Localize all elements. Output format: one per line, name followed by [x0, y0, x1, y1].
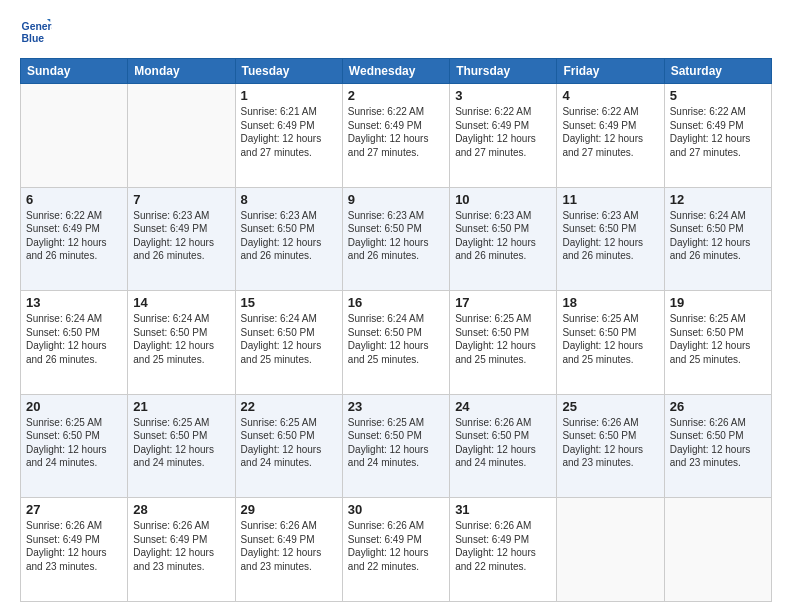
- day-info: Sunrise: 6:26 AMSunset: 6:50 PMDaylight:…: [455, 416, 551, 470]
- day-info: Sunrise: 6:22 AMSunset: 6:49 PMDaylight:…: [562, 105, 658, 159]
- day-info: Sunrise: 6:25 AMSunset: 6:50 PMDaylight:…: [26, 416, 122, 470]
- calendar-cell: 17Sunrise: 6:25 AMSunset: 6:50 PMDayligh…: [450, 291, 557, 395]
- day-info: Sunrise: 6:22 AMSunset: 6:49 PMDaylight:…: [348, 105, 444, 159]
- calendar-cell: 26Sunrise: 6:26 AMSunset: 6:50 PMDayligh…: [664, 394, 771, 498]
- calendar-cell: 16Sunrise: 6:24 AMSunset: 6:50 PMDayligh…: [342, 291, 449, 395]
- day-number: 26: [670, 399, 766, 414]
- day-number: 27: [26, 502, 122, 517]
- day-number: 15: [241, 295, 337, 310]
- day-info: Sunrise: 6:25 AMSunset: 6:50 PMDaylight:…: [348, 416, 444, 470]
- calendar-cell: 15Sunrise: 6:24 AMSunset: 6:50 PMDayligh…: [235, 291, 342, 395]
- calendar-cell: 22Sunrise: 6:25 AMSunset: 6:50 PMDayligh…: [235, 394, 342, 498]
- day-number: 7: [133, 192, 229, 207]
- day-info: Sunrise: 6:26 AMSunset: 6:50 PMDaylight:…: [670, 416, 766, 470]
- day-number: 17: [455, 295, 551, 310]
- day-number: 19: [670, 295, 766, 310]
- day-info: Sunrise: 6:24 AMSunset: 6:50 PMDaylight:…: [241, 312, 337, 366]
- calendar-cell: 10Sunrise: 6:23 AMSunset: 6:50 PMDayligh…: [450, 187, 557, 291]
- calendar-cell: 11Sunrise: 6:23 AMSunset: 6:50 PMDayligh…: [557, 187, 664, 291]
- day-info: Sunrise: 6:22 AMSunset: 6:49 PMDaylight:…: [670, 105, 766, 159]
- day-info: Sunrise: 6:21 AMSunset: 6:49 PMDaylight:…: [241, 105, 337, 159]
- day-info: Sunrise: 6:23 AMSunset: 6:50 PMDaylight:…: [348, 209, 444, 263]
- day-number: 16: [348, 295, 444, 310]
- day-number: 2: [348, 88, 444, 103]
- calendar-week-row: 6Sunrise: 6:22 AMSunset: 6:49 PMDaylight…: [21, 187, 772, 291]
- calendar-cell: 6Sunrise: 6:22 AMSunset: 6:49 PMDaylight…: [21, 187, 128, 291]
- calendar-cell: 28Sunrise: 6:26 AMSunset: 6:49 PMDayligh…: [128, 498, 235, 602]
- calendar-cell: 9Sunrise: 6:23 AMSunset: 6:50 PMDaylight…: [342, 187, 449, 291]
- day-info: Sunrise: 6:25 AMSunset: 6:50 PMDaylight:…: [133, 416, 229, 470]
- svg-text:General: General: [22, 21, 52, 32]
- day-number: 18: [562, 295, 658, 310]
- calendar-cell: 13Sunrise: 6:24 AMSunset: 6:50 PMDayligh…: [21, 291, 128, 395]
- day-info: Sunrise: 6:26 AMSunset: 6:49 PMDaylight:…: [26, 519, 122, 573]
- col-header-saturday: Saturday: [664, 59, 771, 84]
- calendar-week-row: 13Sunrise: 6:24 AMSunset: 6:50 PMDayligh…: [21, 291, 772, 395]
- day-info: Sunrise: 6:25 AMSunset: 6:50 PMDaylight:…: [455, 312, 551, 366]
- day-number: 14: [133, 295, 229, 310]
- day-info: Sunrise: 6:25 AMSunset: 6:50 PMDaylight:…: [241, 416, 337, 470]
- calendar-table: SundayMondayTuesdayWednesdayThursdayFrid…: [20, 58, 772, 602]
- col-header-thursday: Thursday: [450, 59, 557, 84]
- calendar-cell: 29Sunrise: 6:26 AMSunset: 6:49 PMDayligh…: [235, 498, 342, 602]
- calendar-cell: [128, 84, 235, 188]
- day-info: Sunrise: 6:23 AMSunset: 6:50 PMDaylight:…: [241, 209, 337, 263]
- calendar-cell: 12Sunrise: 6:24 AMSunset: 6:50 PMDayligh…: [664, 187, 771, 291]
- day-number: 3: [455, 88, 551, 103]
- day-info: Sunrise: 6:23 AMSunset: 6:50 PMDaylight:…: [455, 209, 551, 263]
- calendar-cell: [664, 498, 771, 602]
- calendar-cell: 19Sunrise: 6:25 AMSunset: 6:50 PMDayligh…: [664, 291, 771, 395]
- day-info: Sunrise: 6:26 AMSunset: 6:49 PMDaylight:…: [348, 519, 444, 573]
- day-info: Sunrise: 6:22 AMSunset: 6:49 PMDaylight:…: [455, 105, 551, 159]
- day-number: 1: [241, 88, 337, 103]
- day-number: 28: [133, 502, 229, 517]
- day-info: Sunrise: 6:24 AMSunset: 6:50 PMDaylight:…: [670, 209, 766, 263]
- col-header-tuesday: Tuesday: [235, 59, 342, 84]
- day-info: Sunrise: 6:26 AMSunset: 6:49 PMDaylight:…: [133, 519, 229, 573]
- col-header-monday: Monday: [128, 59, 235, 84]
- day-number: 21: [133, 399, 229, 414]
- calendar-cell: 18Sunrise: 6:25 AMSunset: 6:50 PMDayligh…: [557, 291, 664, 395]
- day-number: 23: [348, 399, 444, 414]
- day-number: 6: [26, 192, 122, 207]
- calendar-cell: 14Sunrise: 6:24 AMSunset: 6:50 PMDayligh…: [128, 291, 235, 395]
- calendar-cell: 23Sunrise: 6:25 AMSunset: 6:50 PMDayligh…: [342, 394, 449, 498]
- day-info: Sunrise: 6:25 AMSunset: 6:50 PMDaylight:…: [562, 312, 658, 366]
- day-info: Sunrise: 6:24 AMSunset: 6:50 PMDaylight:…: [133, 312, 229, 366]
- calendar-cell: 24Sunrise: 6:26 AMSunset: 6:50 PMDayligh…: [450, 394, 557, 498]
- day-number: 24: [455, 399, 551, 414]
- day-info: Sunrise: 6:26 AMSunset: 6:50 PMDaylight:…: [562, 416, 658, 470]
- day-number: 5: [670, 88, 766, 103]
- day-number: 12: [670, 192, 766, 207]
- col-header-wednesday: Wednesday: [342, 59, 449, 84]
- day-number: 29: [241, 502, 337, 517]
- day-info: Sunrise: 6:23 AMSunset: 6:50 PMDaylight:…: [562, 209, 658, 263]
- day-number: 20: [26, 399, 122, 414]
- calendar-cell: 27Sunrise: 6:26 AMSunset: 6:49 PMDayligh…: [21, 498, 128, 602]
- calendar-cell: 5Sunrise: 6:22 AMSunset: 6:49 PMDaylight…: [664, 84, 771, 188]
- page: General Blue SundayMondayTuesdayWednesda…: [0, 0, 792, 612]
- calendar-week-row: 1Sunrise: 6:21 AMSunset: 6:49 PMDaylight…: [21, 84, 772, 188]
- calendar-cell: 20Sunrise: 6:25 AMSunset: 6:50 PMDayligh…: [21, 394, 128, 498]
- day-info: Sunrise: 6:24 AMSunset: 6:50 PMDaylight:…: [348, 312, 444, 366]
- calendar-cell: 21Sunrise: 6:25 AMSunset: 6:50 PMDayligh…: [128, 394, 235, 498]
- calendar-cell: 4Sunrise: 6:22 AMSunset: 6:49 PMDaylight…: [557, 84, 664, 188]
- day-number: 13: [26, 295, 122, 310]
- day-number: 22: [241, 399, 337, 414]
- day-info: Sunrise: 6:23 AMSunset: 6:49 PMDaylight:…: [133, 209, 229, 263]
- day-info: Sunrise: 6:26 AMSunset: 6:49 PMDaylight:…: [241, 519, 337, 573]
- calendar-week-row: 20Sunrise: 6:25 AMSunset: 6:50 PMDayligh…: [21, 394, 772, 498]
- calendar-cell: [21, 84, 128, 188]
- day-number: 9: [348, 192, 444, 207]
- calendar-cell: 2Sunrise: 6:22 AMSunset: 6:49 PMDaylight…: [342, 84, 449, 188]
- calendar-cell: 8Sunrise: 6:23 AMSunset: 6:50 PMDaylight…: [235, 187, 342, 291]
- day-number: 30: [348, 502, 444, 517]
- col-header-sunday: Sunday: [21, 59, 128, 84]
- calendar-cell: 30Sunrise: 6:26 AMSunset: 6:49 PMDayligh…: [342, 498, 449, 602]
- calendar-week-row: 27Sunrise: 6:26 AMSunset: 6:49 PMDayligh…: [21, 498, 772, 602]
- calendar-cell: 1Sunrise: 6:21 AMSunset: 6:49 PMDaylight…: [235, 84, 342, 188]
- col-header-friday: Friday: [557, 59, 664, 84]
- day-info: Sunrise: 6:25 AMSunset: 6:50 PMDaylight:…: [670, 312, 766, 366]
- logo-icon: General Blue: [20, 16, 52, 48]
- day-number: 11: [562, 192, 658, 207]
